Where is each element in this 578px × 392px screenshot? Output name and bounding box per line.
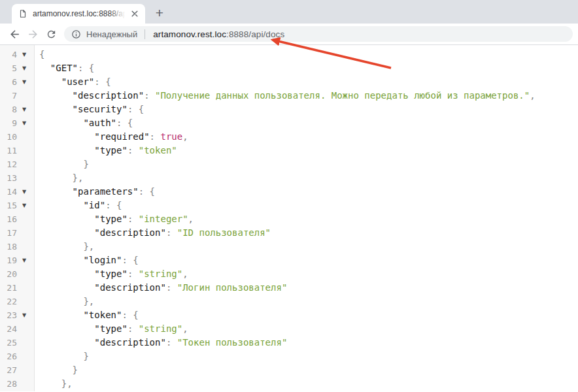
json-punctuation: : <box>128 145 139 155</box>
json-punctuation: } <box>83 351 88 361</box>
json-punctuation: { <box>39 49 44 59</box>
json-code: "id": { <box>34 199 122 212</box>
collapse-toggle-icon[interactable]: ▼ <box>17 253 31 267</box>
line-gutter: 25 <box>0 336 34 350</box>
json-key: "type" <box>94 214 128 224</box>
address-divider <box>144 29 145 39</box>
json-code: "type": "string", <box>34 322 188 336</box>
line-number: 11 <box>0 144 17 157</box>
json-line: 18 }, <box>0 240 578 253</box>
json-key: "user" <box>61 76 95 87</box>
line-number: 10 <box>0 130 17 144</box>
json-viewer: 4▼{5▼ "GET": {6▼ "user": {7 "description… <box>0 45 578 391</box>
collapse-toggle-icon[interactable]: ▼ <box>17 185 31 199</box>
json-line: 25 "description": "Токен пользователя" <box>0 336 578 350</box>
json-line: 16 "type": "integer", <box>0 212 578 226</box>
collapse-toggle-icon[interactable]: ▼ <box>17 308 31 322</box>
json-boolean: true <box>160 131 182 142</box>
json-line: 4▼{ <box>0 48 578 61</box>
info-icon[interactable] <box>71 29 81 39</box>
tab-close-button[interactable] <box>129 8 140 19</box>
line-number: 19 <box>0 253 17 267</box>
new-tab-button[interactable]: + <box>150 3 169 22</box>
line-gutter: 22 <box>0 295 34 308</box>
json-key: "required" <box>94 131 149 142</box>
line-gutter: 21 <box>0 281 34 295</box>
collapse-toggle-icon[interactable]: ▼ <box>17 103 31 116</box>
collapse-toggle-icon[interactable]: ▼ <box>17 48 31 61</box>
json-line: 12 } <box>0 157 578 171</box>
back-button[interactable] <box>5 25 24 43</box>
json-line: 23▼ "token": { <box>0 308 578 322</box>
browser-tab[interactable]: artamonov.rest.loc:8888/api/d <box>12 4 145 24</box>
tab-strip: artamonov.rest.loc:8888/api/d + <box>0 0 578 24</box>
collapse-toggle-icon[interactable]: ▼ <box>17 116 31 130</box>
json-line: 8▼ "security": { <box>0 103 578 116</box>
line-gutter: 15▼ <box>0 199 34 212</box>
line-gutter: 24 <box>0 322 34 336</box>
json-code: } <box>34 157 89 171</box>
json-punctuation: }, <box>73 172 84 183</box>
line-number: 20 <box>0 267 17 281</box>
line-gutter: 18 <box>0 240 34 253</box>
json-punctuation: : { <box>94 76 110 87</box>
line-number: 15 <box>0 199 17 212</box>
json-string: "Токен пользователя" <box>177 337 288 348</box>
json-key: "description" <box>73 90 144 101</box>
json-code: { <box>34 48 44 61</box>
json-line: 24 "type": "string", <box>0 322 578 336</box>
json-key: "token" <box>83 310 122 320</box>
json-punctuation: , <box>188 214 194 224</box>
tab-title: artamonov.rest.loc:8888/api/d <box>33 8 127 19</box>
json-line: 6▼ "user": { <box>0 75 578 89</box>
collapse-toggle-icon[interactable]: ▼ <box>17 61 31 75</box>
page-favicon-icon <box>18 9 27 18</box>
json-code: "token": { <box>34 308 139 322</box>
line-gutter: 12 <box>0 157 34 171</box>
json-code: "required": true, <box>34 130 188 144</box>
json-line: 28 }, <box>0 377 578 391</box>
json-punctuation: , <box>182 323 188 334</box>
json-code: "auth": { <box>34 116 133 130</box>
security-label[interactable]: Ненадежный <box>86 29 137 39</box>
collapse-toggle-icon[interactable]: ▼ <box>17 75 31 89</box>
reload-button[interactable] <box>42 25 60 43</box>
json-punctuation: , <box>182 269 188 279</box>
browser-toolbar: Ненадежный artamonov.rest.loc:8888/api/d… <box>0 24 578 45</box>
json-punctuation: , <box>182 131 188 142</box>
json-lines: 4▼{5▼ "GET": {6▼ "user": {7 "description… <box>0 48 578 391</box>
json-code: "description": "Логин пользователя" <box>34 281 287 295</box>
line-gutter: 8▼ <box>0 103 34 116</box>
json-string: "string" <box>139 269 182 279</box>
forward-arrow-icon <box>27 28 39 41</box>
line-gutter: 26 <box>0 350 34 363</box>
line-number: 27 <box>0 363 17 377</box>
json-code: }, <box>34 240 94 253</box>
json-code: } <box>34 363 78 377</box>
line-number: 4 <box>0 48 17 61</box>
line-number: 21 <box>0 281 17 295</box>
line-number: 17 <box>0 226 17 240</box>
json-code: "GET": { <box>34 61 94 75</box>
json-code: "parameters": { <box>34 185 155 199</box>
json-key: "type" <box>94 323 128 334</box>
json-key: "parameters" <box>73 186 139 197</box>
line-number: 18 <box>0 240 17 253</box>
json-key: "security" <box>73 104 128 114</box>
forward-button[interactable] <box>24 25 42 43</box>
line-number: 22 <box>0 295 17 308</box>
json-code: "description": "ID пользователя" <box>34 226 271 240</box>
line-number: 14 <box>0 185 17 199</box>
json-string: "ID пользователя" <box>177 227 271 238</box>
address-bar[interactable]: Ненадежный artamonov.rest.loc:8888/api/d… <box>64 26 573 42</box>
line-number: 26 <box>0 350 17 363</box>
json-line: 17 "description": "ID пользователя" <box>0 226 578 240</box>
gutter-divider <box>34 45 35 391</box>
collapse-toggle-icon[interactable]: ▼ <box>17 199 31 212</box>
json-code: "type": "token" <box>34 144 177 157</box>
json-punctuation: : <box>150 131 161 142</box>
json-code: "description": "Токен пользователя" <box>34 336 287 350</box>
json-line: 22 }, <box>0 295 578 308</box>
json-key: "description" <box>94 227 166 238</box>
line-number: 5 <box>0 61 17 75</box>
